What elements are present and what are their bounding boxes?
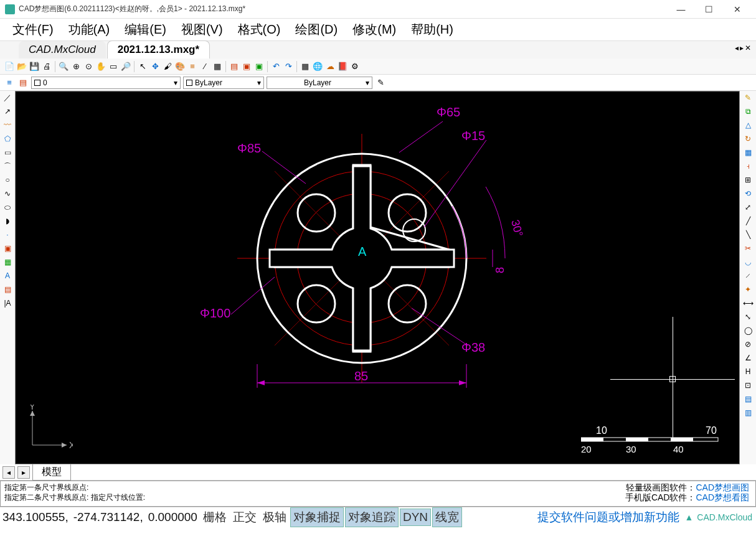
select-icon[interactable]: ↖: [137, 61, 148, 72]
polygon-tool-icon[interactable]: ⬠: [2, 133, 13, 144]
print-icon[interactable]: 🖨: [41, 61, 52, 72]
layout-next-button[interactable]: ▸: [17, 466, 30, 479]
insert-icon[interactable]: ▣: [253, 61, 265, 72]
block-icon[interactable]: ▣: [241, 61, 252, 72]
qdim-icon[interactable]: ▤: [742, 393, 754, 405]
menu-modify[interactable]: 修改(M): [346, 19, 402, 40]
pan-icon[interactable]: ✋: [95, 61, 106, 72]
layers-icon[interactable]: ≡: [4, 77, 15, 88]
model-tab[interactable]: 模型: [32, 464, 71, 481]
arc-tool-icon[interactable]: ⌒: [2, 161, 13, 172]
dim-linear-icon[interactable]: ⟷: [742, 298, 754, 309]
menu-edit[interactable]: 编辑(E): [118, 19, 172, 40]
tab-next-icon[interactable]: ▸: [740, 44, 744, 52]
copy-tool-icon[interactable]: ⧉: [742, 106, 754, 117]
fillet-tool-icon[interactable]: ◡: [742, 256, 754, 268]
edit-tool-icon[interactable]: ✎: [742, 92, 754, 103]
tab-current[interactable]: 2021.12.13.mxg*: [107, 40, 210, 59]
color-icon[interactable]: 🎨: [174, 61, 186, 72]
tab-close-icon[interactable]: ✕: [745, 44, 751, 52]
mtext-tool-icon[interactable]: ▤: [2, 284, 13, 295]
zoom-window-icon[interactable]: ▭: [108, 61, 119, 72]
crop-icon[interactable]: ▦: [212, 61, 223, 72]
move-icon[interactable]: ✥: [149, 61, 161, 72]
paint-icon[interactable]: 🖌: [162, 61, 173, 72]
layer-icon[interactable]: ≡: [187, 61, 198, 72]
layer-dropdown[interactable]: 0 ▾: [31, 77, 181, 89]
dim-aligned-icon[interactable]: ⤡: [742, 311, 754, 322]
export-icon[interactable]: ▦: [300, 61, 311, 72]
point-tool-icon[interactable]: ·: [2, 229, 13, 240]
menu-format[interactable]: 格式(O): [232, 19, 287, 40]
grid-tool-icon[interactable]: ⊞: [742, 174, 754, 185]
dim-diameter-icon[interactable]: ⊘: [742, 339, 754, 350]
trim-tool-icon[interactable]: ╱: [742, 215, 754, 227]
tolerance-icon[interactable]: ⊡: [742, 380, 754, 391]
xline-tool-icon[interactable]: ↗: [2, 106, 13, 117]
array-tool-icon[interactable]: ▦: [742, 147, 754, 158]
menu-draw[interactable]: 绘图(D): [289, 19, 344, 40]
table-icon[interactable]: ▤: [229, 61, 240, 72]
cloud-icon[interactable]: ☁: [324, 61, 336, 72]
spline-tool-icon[interactable]: ∿: [2, 188, 13, 199]
offset-tool-icon[interactable]: ↻: [742, 133, 754, 144]
layout-prev-button[interactable]: ◂: [2, 466, 15, 479]
minimize-button[interactable]: —: [667, 0, 695, 19]
rotate-tool-icon[interactable]: ⟲: [742, 188, 754, 199]
color-dropdown[interactable]: ByLayer ▾: [183, 77, 264, 89]
lineweight-icon[interactable]: ✎: [375, 77, 386, 88]
dim-style-icon[interactable]: ▥: [742, 407, 754, 418]
explode-tool-icon[interactable]: ✦: [742, 284, 754, 295]
dim-radius-icon[interactable]: ◯: [742, 325, 754, 336]
redo-icon[interactable]: ↷: [283, 61, 294, 72]
mode-polar[interactable]: 极轴: [260, 508, 289, 527]
layer-manager-icon[interactable]: ▤: [17, 77, 29, 88]
new-icon[interactable]: 📄: [4, 61, 15, 72]
globe-icon[interactable]: 🌐: [312, 61, 323, 72]
mode-osnap[interactable]: 对象捕捉: [290, 507, 344, 527]
extend-tool-icon[interactable]: ╲: [742, 229, 754, 240]
break-tool-icon[interactable]: ✂: [742, 243, 754, 254]
close-button[interactable]: ✕: [723, 0, 751, 19]
menu-file[interactable]: 文件(F): [6, 19, 60, 40]
hatch-tool-icon[interactable]: ▦: [2, 256, 13, 268]
mirror-tool-icon[interactable]: △: [742, 120, 754, 131]
scale-tool-icon[interactable]: ⤢: [742, 202, 754, 213]
rectangle-tool-icon[interactable]: ▭: [2, 147, 13, 158]
undo-icon[interactable]: ↶: [270, 61, 281, 72]
mode-grid[interactable]: 栅格: [201, 508, 229, 527]
text-tool-icon[interactable]: A: [2, 270, 13, 281]
menu-view[interactable]: 视图(V): [175, 19, 229, 40]
pdf-icon[interactable]: 📕: [337, 61, 348, 72]
command-panel[interactable]: 指定第一条尺寸界线原点: 指定第二条尺寸界线原点: 指定尺寸线位置: 轻量级画图…: [0, 481, 756, 507]
mode-dyn[interactable]: DYN: [400, 509, 431, 526]
mode-ortho[interactable]: 正交: [230, 508, 259, 527]
align-tool-icon[interactable]: ⫞: [742, 161, 754, 172]
dim-angle-icon[interactable]: ∠: [742, 352, 754, 364]
tab-cloud[interactable]: CAD.MxCloud: [19, 41, 106, 59]
zoom-extents-icon[interactable]: ⊙: [83, 61, 94, 72]
line-icon[interactable]: ∕: [199, 61, 210, 72]
linetype-dropdown[interactable]: ByLayer ▾: [267, 77, 372, 89]
line-tool-icon[interactable]: ／: [2, 92, 13, 103]
leader-icon[interactable]: H: [742, 366, 754, 377]
feedback-link[interactable]: 提交软件问题或增加新功能: [537, 509, 684, 525]
save-icon[interactable]: 💾: [29, 61, 40, 72]
settings-icon[interactable]: ⚙: [349, 61, 361, 72]
promo-link-2[interactable]: CAD梦想看图: [696, 492, 749, 502]
open-icon[interactable]: 📂: [16, 61, 27, 72]
mode-otrack[interactable]: 对象追踪: [345, 507, 399, 527]
zoom-icon[interactable]: 🔍: [58, 61, 69, 72]
mode-lwt[interactable]: 线宽: [432, 507, 462, 527]
canvas[interactable]: A 30° 8 Φ85 Φ65 Φ15 Φ38 Φ100: [15, 91, 740, 464]
tab-prev-icon[interactable]: ◂: [735, 44, 739, 52]
zoom-prev-icon[interactable]: 🔎: [120, 61, 131, 72]
menu-function[interactable]: 功能(A): [62, 19, 116, 40]
polyline-tool-icon[interactable]: 〰: [2, 120, 13, 131]
ellipse-arc-icon[interactable]: ◗: [2, 215, 13, 227]
ellipse-tool-icon[interactable]: ⬭: [2, 202, 13, 213]
promo-link-1[interactable]: CAD梦想画图: [696, 482, 749, 492]
chamfer-tool-icon[interactable]: ⟋: [742, 270, 754, 281]
circle-tool-icon[interactable]: ○: [2, 174, 13, 185]
zoom-in-icon[interactable]: ⊕: [70, 61, 82, 72]
